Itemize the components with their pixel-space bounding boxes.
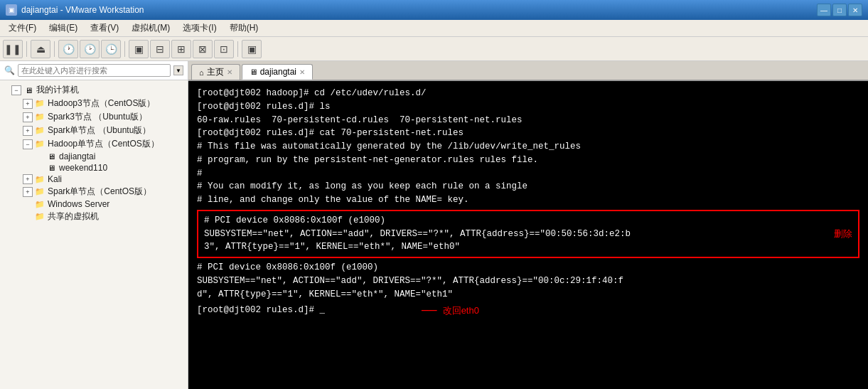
- sidebar-item-hadoop3[interactable]: + 📁 Hadoop3节点（CentOS版）: [0, 97, 188, 110]
- sidebar: 🔍 ▼ − 🖥 我的计算机 + 📁 Hadoop3节点（CentOS版）: [0, 61, 188, 389]
- folder-icon: 📁: [34, 187, 45, 197]
- toolbar-screen1-btn[interactable]: ▣: [129, 40, 149, 58]
- hadoop-single-label: Hadoop单节点（CentOS版）: [48, 138, 159, 150]
- expand-my-computer[interactable]: −: [11, 85, 21, 95]
- expand-kali[interactable]: +: [23, 174, 33, 184]
- minimize-button[interactable]: —: [817, 4, 831, 16]
- window-title: dajiangtai - VMware Workstation: [21, 5, 813, 15]
- sidebar-item-hadoop-single[interactable]: − 📁 Hadoop单节点（CentOS版）: [0, 137, 188, 151]
- terminal-after-3: SUBSYSTEM=="net", ACTION=="add", DRIVERS…: [197, 275, 859, 288]
- menu-vm[interactable]: 虚拟机(M): [126, 21, 176, 36]
- eth0-annotation: 改回eth0: [443, 304, 479, 318]
- expand-hadoop-single[interactable]: −: [23, 139, 33, 149]
- kali-label: Kali: [48, 174, 62, 184]
- folder-icon: 📁: [34, 99, 45, 109]
- toolbar-separator-1: [26, 41, 27, 57]
- terminal-line-4: [root@djt002 rules.d]# cat 70-persistent…: [197, 127, 859, 140]
- main-layout: 🔍 ▼ − 🖥 我的计算机 + 📁 Hadoop3节点（CentOS版）: [0, 61, 868, 389]
- menu-file[interactable]: 文件(F): [3, 21, 42, 36]
- terminal-line-5: # This file was automatically generated …: [197, 140, 859, 154]
- vm-icon: 🖥: [45, 163, 57, 173]
- annotation-line: [root@djt002 rules.d]# _ —— 改回eth0: [197, 301, 859, 320]
- toolbar-screen5-btn[interactable]: ⊡: [214, 40, 234, 58]
- toolbar-separator-2: [54, 41, 55, 57]
- vm-tab-icon: 🖥: [250, 68, 257, 76]
- toolbar-screen3-btn[interactable]: ⊞: [171, 40, 191, 58]
- terminal-line-9: # line, and change only the value of the…: [197, 193, 859, 207]
- sidebar-tree: − 🖥 我的计算机 + 📁 Hadoop3节点（CentOS版） + 📁 Spa…: [0, 80, 188, 389]
- folder-icon: 📁: [34, 139, 45, 149]
- terminal-line-1: [root@djt002 hadoop]# cd /etc/udev/rules…: [197, 87, 859, 100]
- tab-home-close[interactable]: ✕: [227, 68, 232, 76]
- shared-vms-label: 共享的虚拟机: [48, 211, 99, 223]
- toolbar-clock1-btn[interactable]: 🕐: [58, 40, 78, 58]
- maximize-button[interactable]: □: [832, 4, 847, 16]
- terminal-line-7: #: [197, 167, 859, 181]
- spark-single-label: Spark单节点 （Ubuntu版）: [48, 124, 151, 137]
- terminal-after-2: # PCI device 0x8086:0x100f (e1000): [197, 261, 859, 275]
- my-computer-label: 我的计算机: [36, 84, 79, 96]
- sidebar-item-windows-server[interactable]: + 📁 Windows Server: [0, 198, 188, 210]
- window-controls: — □ ✕: [817, 4, 862, 16]
- sidebar-item-my-computer[interactable]: − 🖥 我的计算机: [0, 83, 188, 97]
- search-input[interactable]: [18, 64, 171, 77]
- tab-home[interactable]: ⌂ 主页 ✕: [191, 64, 240, 80]
- menu-help[interactable]: 帮助(H): [224, 21, 264, 36]
- sidebar-item-spark3[interactable]: + 📁 Spark3节点 （Ubuntu版）: [0, 110, 188, 124]
- close-button[interactable]: ✕: [848, 4, 862, 16]
- expand-hadoop3[interactable]: +: [23, 99, 33, 109]
- computer-icon: 🖥: [23, 85, 34, 95]
- menu-view[interactable]: 查看(V): [85, 21, 124, 36]
- sidebar-item-spark-centos[interactable]: + 📁 Spark单节点（CentOS版）: [0, 185, 188, 198]
- expand-spark3[interactable]: +: [23, 112, 33, 122]
- search-icon: 🔍: [4, 65, 15, 75]
- sidebar-item-weekend110[interactable]: + 🖥 weekend110: [0, 162, 188, 174]
- toolbar-pause-btn[interactable]: ❚❚: [3, 40, 23, 58]
- folder-icon: 📁: [34, 174, 45, 184]
- folder-icon: 📁: [34, 212, 45, 222]
- tab-dajiangtai[interactable]: 🖥 dajiangtai ✕: [242, 64, 313, 80]
- terminal-screen[interactable]: [root@djt002 hadoop]# cd /etc/udev/rules…: [188, 81, 868, 389]
- hadoop3-label: Hadoop3节点（CentOS版）: [48, 97, 155, 110]
- terminal-line-2: [root@djt002 rules.d]# ls: [197, 100, 859, 114]
- highlight-line-1: # PCI device 0x8086:0x100f (e1000): [204, 214, 852, 228]
- expand-spark-single[interactable]: +: [23, 126, 33, 136]
- highlight-line-2: SUBSYSTEM=="net", ACTION=="add", DRIVERS…: [204, 228, 852, 241]
- search-dropdown-btn[interactable]: ▼: [173, 65, 183, 75]
- terminal-line-6: # program, run by the persistent-net-gen…: [197, 154, 859, 167]
- spark3-label: Spark3节点 （Ubuntu版）: [48, 111, 147, 123]
- sidebar-item-kali[interactable]: + 📁 Kali: [0, 174, 188, 185]
- menubar: 文件(F) 编辑(E) 查看(V) 虚拟机(M) 选项卡(I) 帮助(H): [0, 20, 868, 37]
- folder-icon: 📁: [34, 112, 45, 122]
- spark-centos-label: Spark单节点（CentOS版）: [48, 186, 151, 198]
- app-icon: ▣: [6, 4, 17, 16]
- windows-server-label: Windows Server: [48, 199, 109, 209]
- tab-dajiangtai-close[interactable]: ✕: [299, 68, 305, 76]
- sidebar-item-spark-single-ubuntu[interactable]: + 📁 Spark单节点 （Ubuntu版）: [0, 124, 188, 137]
- arrow-right-icon: ——: [422, 301, 437, 320]
- sidebar-item-shared-vms[interactable]: + 📁 共享的虚拟机: [0, 210, 188, 223]
- folder-icon: 📁: [34, 199, 45, 209]
- tab-home-label: 主页: [207, 66, 224, 78]
- expand-spark-centos[interactable]: +: [23, 187, 33, 197]
- menu-edit[interactable]: 编辑(E): [43, 21, 83, 36]
- toolbar-clock2-btn[interactable]: 🕑: [80, 40, 100, 58]
- menu-tab[interactable]: 选项卡(I): [177, 21, 222, 36]
- sidebar-search-bar: 🔍 ▼: [0, 61, 188, 80]
- content-area: ⌂ 主页 ✕ 🖥 dajiangtai ✕ [root@djt002 hadoo…: [188, 61, 868, 389]
- sidebar-item-dajiangtai[interactable]: + 🖥 dajiangtai: [0, 151, 188, 162]
- tabs-bar: ⌂ 主页 ✕ 🖥 dajiangtai ✕: [188, 61, 868, 81]
- toolbar-separator-3: [124, 41, 125, 57]
- delete-annotation: 删除: [834, 227, 852, 241]
- toolbar-screen2-btn[interactable]: ⊟: [150, 40, 170, 58]
- terminal-after-4: d", ATTR{type}=="1", KERNEL=="eth*", NAM…: [197, 288, 859, 302]
- home-icon: ⌂: [199, 68, 204, 77]
- highlight-line-3: 3", ATTR{type}=="1", KERNEL=="eth*", NAM…: [204, 240, 852, 254]
- terminal-line-8: # You can modify it, as long as you keep…: [197, 180, 859, 193]
- toolbar-clock3-btn[interactable]: 🕒: [101, 40, 121, 58]
- titlebar: ▣ dajiangtai - VMware Workstation — □ ✕: [0, 0, 868, 20]
- toolbar-eject-btn[interactable]: ⏏: [31, 40, 50, 58]
- toolbar-screen4-btn[interactable]: ⊠: [193, 40, 213, 58]
- toolbar-fullscreen-btn[interactable]: ▣: [242, 40, 262, 58]
- tab-dajiangtai-label: dajiangtai: [260, 67, 296, 77]
